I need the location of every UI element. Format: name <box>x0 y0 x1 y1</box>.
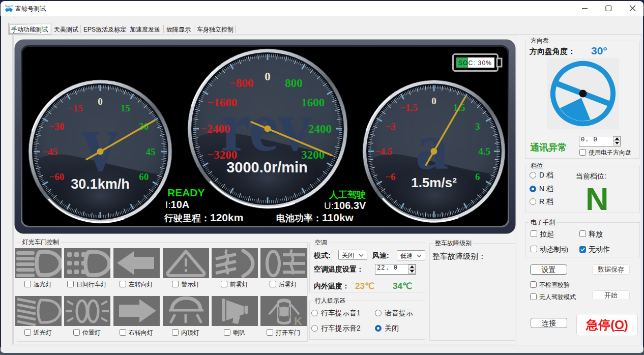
svg-text:15: 15 <box>121 103 130 113</box>
svg-text:6: 6 <box>475 171 480 182</box>
svg-text:−60: −60 <box>49 171 64 182</box>
svg-text:1600: 1600 <box>301 96 325 109</box>
svg-text:SOC: 30%: SOC: 30% <box>458 60 492 67</box>
svg-text:−2400: −2400 <box>200 123 230 135</box>
svg-text:1.5m/s²: 1.5m/s² <box>411 175 457 190</box>
svg-text:人工驾驶: 人工驾驶 <box>329 190 366 200</box>
svg-text:K: K <box>294 315 302 326</box>
svg-text:45: 45 <box>146 146 156 157</box>
svg-text:3: 3 <box>475 121 480 132</box>
svg-text:60: 60 <box>139 171 149 182</box>
svg-text:−1600: −1600 <box>207 96 237 109</box>
svg-text:2400: 2400 <box>308 123 332 135</box>
svg-text:Skywell: Skywell <box>5 5 13 7</box>
svg-text:−1.5: −1.5 <box>400 102 418 113</box>
svg-text:−15: −15 <box>68 103 83 113</box>
svg-text:0: 0 <box>98 96 103 107</box>
svg-text:0: 0 <box>431 96 436 106</box>
svg-text:电池功率：110kw: 电池功率：110kw <box>276 212 354 223</box>
svg-text:U:106.3V: U:106.3V <box>324 200 366 211</box>
svg-text:−4.5: −4.5 <box>375 146 393 157</box>
svg-text:−30: −30 <box>49 121 64 132</box>
svg-text:−3: −3 <box>385 121 395 132</box>
svg-text:−45: −45 <box>42 146 57 157</box>
svg-text:0: 0 <box>265 70 271 83</box>
svg-text:v: v <box>82 96 119 188</box>
svg-text:I:10A: I:10A <box>165 199 189 210</box>
svg-text:800: 800 <box>285 77 303 90</box>
svg-text:a: a <box>416 110 449 183</box>
svg-text:30.1km/h: 30.1km/h <box>71 176 130 192</box>
svg-text:−6: −6 <box>385 171 395 182</box>
svg-text:−800: −800 <box>229 77 254 90</box>
svg-text:READY: READY <box>167 187 205 198</box>
svg-text:4.5: 4.5 <box>478 146 490 157</box>
svg-text:行驶里程：120km: 行驶里程：120km <box>164 212 243 223</box>
svg-text:3000.0r/min: 3000.0r/min <box>226 159 308 175</box>
